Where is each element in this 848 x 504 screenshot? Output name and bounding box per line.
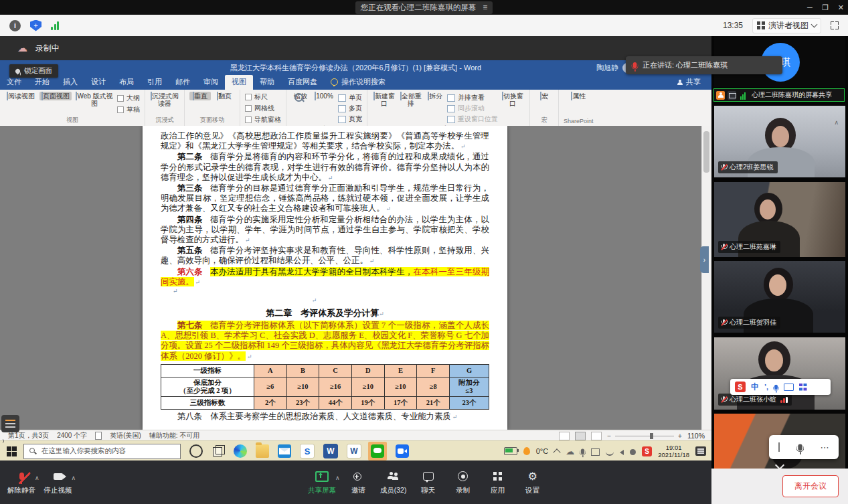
stop-video-button[interactable]: 停止视频 bbox=[41, 470, 76, 495]
tab-design[interactable]: 设计 bbox=[84, 75, 112, 90]
read-mode-button[interactable]: 阅读视图 bbox=[5, 92, 37, 100]
participant-video-tile[interactable]: 心理2班姜思锐 bbox=[714, 106, 845, 177]
invite-button[interactable]: 邀请 bbox=[341, 470, 376, 495]
zoom-slider[interactable]: − + bbox=[607, 432, 682, 440]
tab-layout[interactable]: 布局 bbox=[112, 75, 141, 90]
new-window-button[interactable]: 新建窗口 bbox=[372, 92, 396, 108]
word-taskbar-icon[interactable]: W bbox=[323, 444, 338, 458]
switch-windows-button[interactable]: 切换窗口 bbox=[501, 92, 525, 108]
navigation-pane-checkbox[interactable]: 导航窗格 bbox=[245, 115, 281, 124]
more-options-icon[interactable]: ⋯ bbox=[821, 442, 830, 452]
start-button[interactable] bbox=[7, 446, 17, 456]
tab-review[interactable]: 审阅 bbox=[197, 75, 225, 90]
volume-icon[interactable] bbox=[620, 450, 624, 455]
proofing-icon[interactable] bbox=[95, 432, 102, 440]
ime-chinese-mode[interactable]: 中 bbox=[751, 382, 759, 393]
web-layout-button[interactable]: Web 版式视图 bbox=[74, 92, 114, 108]
tab-view[interactable]: 视图 bbox=[225, 75, 253, 90]
battery-icon[interactable] bbox=[504, 447, 517, 455]
share-options-caret[interactable]: ∧ bbox=[335, 475, 340, 481]
zoom-percentage[interactable]: 110% bbox=[687, 432, 705, 440]
participant-video-tile[interactable]: ⋯ bbox=[714, 414, 845, 469]
ime-keyboard-icon[interactable] bbox=[784, 384, 794, 391]
participant-video-tile[interactable]: S 中 ’, 心理二班张小暄 bbox=[714, 337, 845, 410]
tablet-mode-icon[interactable] bbox=[591, 448, 600, 456]
tab-references[interactable]: 引用 bbox=[141, 75, 169, 90]
accessibility-status[interactable]: 辅助功能: 不可用 bbox=[149, 431, 200, 440]
share-screen-button[interactable]: 共享屏幕 bbox=[305, 470, 339, 495]
edge-browser-icon[interactable] bbox=[234, 444, 247, 458]
file-explorer-icon[interactable] bbox=[256, 444, 269, 458]
tray-mic-icon[interactable] bbox=[581, 448, 584, 454]
scroll-down-chevron[interactable] bbox=[773, 462, 786, 469]
banner-menu-icon[interactable]: ≡ bbox=[483, 3, 487, 12]
tab-help[interactable]: 帮助 bbox=[253, 75, 281, 90]
chat-button[interactable]: 聊天 bbox=[411, 470, 446, 495]
expand-panel-tab[interactable]: › bbox=[700, 246, 709, 273]
split-button[interactable]: 拆分 bbox=[426, 92, 444, 100]
ime-voice-icon[interactable] bbox=[774, 384, 778, 390]
restore-button[interactable]: ❐ bbox=[822, 3, 829, 12]
properties-button[interactable]: 属性 bbox=[569, 92, 588, 100]
share-button[interactable]: 共享 bbox=[677, 77, 711, 90]
hidden-icons-chevron[interactable] bbox=[553, 448, 560, 456]
print-layout-view-button[interactable] bbox=[575, 432, 586, 440]
mic-options-caret[interactable]: ∧ bbox=[35, 475, 39, 481]
ime-toolbox-icon[interactable] bbox=[799, 384, 807, 391]
language-indicator[interactable]: 英语(美国) bbox=[110, 431, 141, 440]
floating-mini-toolbar[interactable]: ⋯ bbox=[769, 435, 839, 459]
zoom-out-button[interactable]: − bbox=[607, 432, 611, 440]
scrollbar-thumb[interactable] bbox=[703, 131, 709, 173]
cortana-icon[interactable] bbox=[189, 444, 203, 458]
security-shield-icon[interactable]: + bbox=[30, 20, 41, 31]
leave-meeting-button[interactable]: 离开会议 bbox=[782, 475, 839, 497]
word-account-name[interactable]: 陶旭静 bbox=[596, 63, 618, 73]
gridlines-checkbox[interactable]: 网格线 bbox=[245, 104, 281, 113]
ruler-checkbox[interactable]: 标尺 bbox=[245, 92, 281, 102]
record-button[interactable]: 录制 bbox=[446, 470, 481, 495]
ime-punctuation[interactable]: ’, bbox=[764, 383, 768, 391]
sogou-ime-bar[interactable]: S 中 ’, bbox=[730, 379, 831, 395]
apps-button[interactable]: 应用 bbox=[481, 470, 515, 495]
sogou-ime-icon[interactable]: S bbox=[642, 446, 652, 456]
zoom-button[interactable]: 缩放 bbox=[291, 92, 310, 100]
meeting-taskbar-icon[interactable] bbox=[396, 444, 409, 458]
screen-share-list-item[interactable]: 心理二班陈嘉琪的屏幕共享 bbox=[713, 88, 845, 102]
taskbar-clock[interactable]: 19:01 2021/11/18 bbox=[658, 444, 689, 458]
notification-center-icon[interactable] bbox=[695, 446, 706, 456]
page-indicator[interactable]: 第1页，共3页 bbox=[8, 431, 49, 440]
multiple-pages-button[interactable]: 多页 bbox=[338, 104, 362, 113]
zoom-in-button[interactable]: + bbox=[678, 432, 682, 440]
immersive-reader-button[interactable]: 沉浸式阅读器 bbox=[150, 92, 179, 108]
tab-insert[interactable]: 插入 bbox=[56, 75, 84, 90]
floating-list-widget[interactable] bbox=[1, 415, 19, 432]
lock-screen-tooltip[interactable]: 锁定画面 bbox=[9, 64, 58, 78]
arrange-all-button[interactable]: 全部重排 bbox=[399, 92, 423, 108]
macros-button[interactable]: 宏 bbox=[535, 92, 554, 100]
wechat-taskbar-icon[interactable] bbox=[368, 442, 387, 460]
video-options-caret[interactable]: ∧ bbox=[72, 475, 76, 481]
tab-baidu-netdisk[interactable]: 百度网盘 bbox=[281, 75, 324, 90]
side-to-side-button[interactable]: 翻页 bbox=[214, 92, 235, 100]
minimize-button[interactable]: ─ bbox=[807, 3, 813, 11]
participant-video-tile[interactable]: 心理二班贺羽佳 bbox=[714, 261, 845, 333]
unmute-button[interactable]: 解除静音 bbox=[4, 470, 39, 495]
word-count[interactable]: 2400 个字 bbox=[57, 431, 87, 440]
task-view-icon[interactable] bbox=[211, 444, 225, 458]
document-scrollbar[interactable] bbox=[701, 126, 711, 430]
browser-360-icon[interactable]: S bbox=[300, 444, 315, 458]
zoom-slider-thumb[interactable] bbox=[650, 433, 653, 439]
mail-icon[interactable] bbox=[278, 444, 291, 458]
vertical-button[interactable]: 垂直 bbox=[189, 92, 211, 100]
view-mode-selector[interactable]: 演讲者视图 bbox=[752, 18, 821, 33]
network-icon[interactable] bbox=[606, 448, 614, 456]
link-icon[interactable] bbox=[630, 449, 636, 455]
read-mode-view-button[interactable] bbox=[559, 432, 570, 440]
settings-button[interactable]: ⚙ 设置 bbox=[515, 470, 550, 495]
weather-icon[interactable] bbox=[523, 447, 530, 455]
zoom-100-button[interactable]: 100% bbox=[313, 92, 335, 100]
collapse-ribbon-chevron[interactable]: ∧ bbox=[834, 119, 839, 126]
taskbar-search-input[interactable]: 在这里输入你要搜索的内容 bbox=[23, 444, 181, 459]
watching-pill[interactable]: 您正在观看心理二班陈嘉琪的屏幕 ≡ bbox=[355, 1, 493, 14]
document-canvas[interactable]: 政治工作的意见》《高校思想政治工作质量提升工程实施纲要》《普通高等学校学生管理规… bbox=[0, 126, 711, 430]
